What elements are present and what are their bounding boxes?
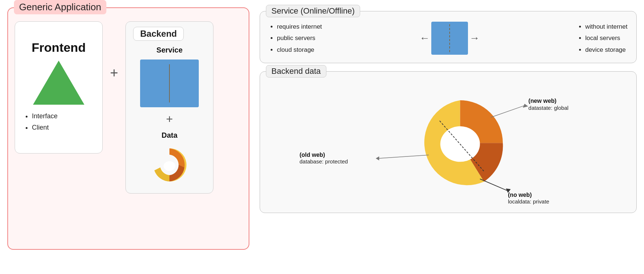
svg-line-5 <box>378 155 429 158</box>
backend-data-inner: (new web) datastate: global (old web) da… <box>269 84 627 205</box>
service-toggle-divider <box>449 24 450 52</box>
service-box-inner: requires internet public servers cloud s… <box>269 21 627 55</box>
svg-text:(new web): (new web) <box>528 98 557 104</box>
frontend-list-item: Interface <box>32 111 58 122</box>
frontend-title: Frontend <box>32 40 85 55</box>
arrow-left-icon: ← <box>420 32 430 44</box>
backend-title: Backend <box>133 27 184 41</box>
svg-marker-4 <box>522 103 528 108</box>
service-online-offline-box: Service (Online/Offline) requires intern… <box>260 11 637 63</box>
arrow-right-icon: → <box>469 32 480 44</box>
svg-marker-6 <box>376 156 379 161</box>
offline-list-item: without internet <box>585 21 627 32</box>
offline-list-item: device storage <box>585 44 627 55</box>
online-list-item: requires internet <box>277 21 322 32</box>
service-label: Service <box>157 46 183 54</box>
svg-text:(no web): (no web) <box>508 192 532 198</box>
backend-plus-sign: + <box>166 112 173 126</box>
frontend-card: Frontend Interface Client <box>15 21 103 154</box>
service-rectangle <box>140 60 199 107</box>
backend-card: Backend Service + Data <box>125 21 213 194</box>
generic-app-inner: Frontend Interface Client + Backend Serv… <box>15 21 242 241</box>
svg-text:localdata: private: localdata: private <box>508 199 549 205</box>
svg-point-0 <box>164 161 175 171</box>
online-list: requires internet public servers cloud s… <box>269 21 322 55</box>
right-side: Service (Online/Offline) requires intern… <box>260 7 637 213</box>
service-online-offline-title: Service (Online/Offline) <box>266 5 360 17</box>
data-label: Data <box>162 131 178 140</box>
frontend-list: Interface Client <box>25 111 58 133</box>
generic-application-box: Generic Application Frontend Interface C… <box>7 7 249 250</box>
offline-list: without internet local servers device st… <box>577 21 627 55</box>
online-list-item: cloud storage <box>277 44 322 55</box>
service-toggle-square <box>431 22 468 55</box>
generic-app-title: Generic Application <box>14 0 106 14</box>
backend-data-svg: (new web) datastate: global (old web) da… <box>269 84 627 205</box>
frontend-list-item: Client <box>32 122 58 133</box>
svg-line-3 <box>491 105 525 118</box>
service-toggle-arrows: ← → <box>420 22 480 55</box>
page-container: Generic Application Frontend Interface C… <box>0 0 644 274</box>
svg-line-7 <box>480 179 508 191</box>
plus-sign-1: + <box>110 21 118 95</box>
online-list-item: public servers <box>277 32 322 44</box>
backend-data-title: Backend data <box>266 65 326 77</box>
offline-list-item: local servers <box>585 32 627 44</box>
svg-text:database: protected: database: protected <box>300 159 348 165</box>
backend-data-box: Backend data <box>260 71 637 213</box>
data-donut-small <box>149 145 190 185</box>
svg-text:(old web): (old web) <box>300 152 325 158</box>
svg-text:datastate: global: datastate: global <box>528 105 568 111</box>
triangle-icon <box>33 61 84 105</box>
service-divider-line <box>169 64 170 102</box>
